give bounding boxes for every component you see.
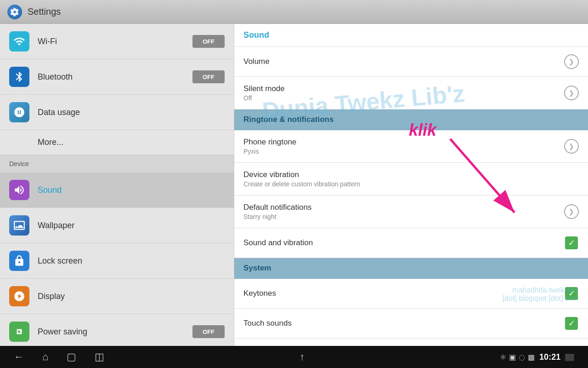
ringtone-section-title: Ringtone & notifications [243, 115, 334, 124]
device-section-header: Device [0, 155, 234, 172]
wifi-toggle[interactable]: OFF [192, 35, 225, 48]
bluetooth-toggle[interactable]: OFF [192, 70, 225, 83]
sound-title: Sound [243, 30, 269, 40]
phone-ringtone-text: Phone ringtone Pyxis [243, 138, 564, 155]
device-vibration-subtitle: Create or delete custom vibration patter… [243, 180, 579, 188]
sound-section-title: Sound [234, 24, 588, 47]
phone-ringtone-title: Phone ringtone [243, 138, 564, 147]
bottom-right: ⚛ ▣ ◌ ▩ 10:21 ▒▒ [500, 352, 574, 362]
silent-mode-title: Silent mode [243, 84, 564, 93]
touch-sounds-checkbox[interactable]: ✓ [564, 316, 579, 331]
sidebar-item-data-usage[interactable]: Data usage [0, 95, 234, 130]
power-saving-toggle[interactable]: OFF [192, 325, 225, 338]
keytones-title: Keytones [243, 289, 564, 298]
screenshot-icon[interactable]: ◫ [95, 351, 104, 363]
usb-icon: ⚛ [500, 353, 506, 362]
sidebar-sound-label: Sound [38, 185, 62, 195]
content-item-keytones[interactable]: Keytones ✓ [234, 279, 588, 309]
notification-icon: ▣ [509, 353, 516, 362]
back-icon[interactable]: ← [14, 351, 24, 363]
top-bar: Settings [0, 0, 588, 24]
home-icon[interactable]: ⌂ [42, 351, 48, 363]
system-section-title: System [243, 264, 271, 272]
sidebar-more-label: More... [38, 138, 63, 147]
device-vibration-title: Device vibration [243, 170, 579, 179]
bottom-bar: ← ⌂ ▢ ◫ ↑ ⚛ ▣ ◌ ▩ 10:21 ▒▒ [0, 346, 588, 368]
lock-screen-icon [9, 251, 29, 271]
sound-icon [9, 180, 29, 200]
volume-chevron: ❯ [564, 54, 579, 69]
keytones-check: ✓ [565, 287, 578, 300]
ringtone-section-header: Ringtone & notifications [234, 109, 588, 130]
sound-vibration-text: Sound and vibration [243, 238, 564, 247]
wallpaper-icon [9, 215, 29, 236]
default-notifications-subtitle: Starry night [243, 213, 564, 220]
sidebar-power-saving-label: Power saving [38, 327, 87, 337]
content-item-sound-vibration[interactable]: Sound and vibration ✓ [234, 228, 588, 258]
content-item-screen-lock-sound[interactable]: Screen lock sound ✓ [234, 339, 588, 346]
sidebar-item-sound[interactable]: Sound [0, 172, 234, 208]
device-vibration-text: Device vibration Create or delete custom… [243, 170, 579, 188]
content-item-volume[interactable]: Volume ❯ [234, 47, 588, 77]
sound-vibration-checkbox[interactable]: ✓ [564, 236, 579, 250]
bluetooth-icon [9, 67, 29, 87]
content-item-device-vibration[interactable]: Device vibration Create or delete custom… [234, 163, 588, 196]
sidebar-wifi-label: Wi-Fi [38, 37, 57, 46]
content-item-phone-ringtone[interactable]: Phone ringtone Pyxis ❯ [234, 130, 588, 163]
system-section-header: System [234, 258, 588, 279]
sidebar-lock-screen-label: Lock screen [38, 256, 82, 266]
status-icons: ⚛ ▣ ◌ ▩ [500, 353, 535, 362]
sidebar-data-usage-label: Data usage [38, 108, 80, 117]
power-saving-icon [9, 322, 29, 342]
silent-mode-text: Silent mode Off [243, 84, 564, 102]
page-title: Settings [28, 6, 61, 17]
content-item-silent-mode[interactable]: Silent mode Off ❯ [234, 77, 588, 109]
sidebar-bluetooth-label: Bluetooth [38, 72, 73, 82]
signal-bars: ▒▒ [565, 353, 574, 361]
default-notifications-chevron: ❯ [564, 204, 579, 219]
wifi-status-icon: ◌ [519, 353, 525, 362]
sidebar-item-display[interactable]: Display [0, 279, 234, 314]
sidebar-item-wifi[interactable]: Wi-Fi OFF [0, 24, 234, 59]
settings-app-icon [7, 5, 22, 19]
sidebar-item-bluetooth[interactable]: Bluetooth OFF [0, 59, 234, 95]
sidebar-item-wallpaper[interactable]: Wallpaper [0, 208, 234, 243]
main-layout: Wi-Fi OFF Bluetooth OFF Data usage M [0, 24, 588, 346]
sidebar-item-more[interactable]: More... [0, 130, 234, 155]
default-notifications-text: Default notifications Starry night [243, 203, 564, 220]
sound-vibration-check: ✓ [565, 236, 578, 249]
wifi-icon [9, 31, 29, 52]
content-item-touch-sounds[interactable]: Touch sounds ✓ [234, 309, 588, 339]
sidebar: Wi-Fi OFF Bluetooth OFF Data usage M [0, 24, 234, 346]
bottom-center: ↑ [300, 351, 305, 363]
silent-mode-chevron: ❯ [564, 86, 579, 100]
keytones-checkbox[interactable]: ✓ [564, 286, 579, 301]
content-item-default-notifications[interactable]: Default notifications Starry night ❯ [234, 196, 588, 228]
touch-sounds-title: Touch sounds [243, 319, 564, 328]
keytones-text: Keytones [243, 289, 564, 298]
display-icon [9, 286, 29, 306]
phone-ringtone-subtitle: Pyxis [243, 148, 564, 155]
device-section-label: Device [9, 160, 29, 167]
recents-icon[interactable]: ▢ [67, 351, 76, 363]
data-usage-icon [9, 102, 29, 122]
sidebar-display-label: Display [38, 292, 65, 301]
volume-title: Volume [243, 57, 564, 66]
default-notifications-title: Default notifications [243, 203, 564, 212]
up-icon[interactable]: ↑ [300, 351, 305, 362]
touch-sounds-check: ✓ [565, 317, 578, 330]
phone-ringtone-chevron: ❯ [564, 139, 579, 154]
sidebar-item-power-saving[interactable]: Power saving OFF [0, 314, 234, 346]
sidebar-wallpaper-label: Wallpaper [38, 221, 74, 230]
touch-sounds-text: Touch sounds [243, 319, 564, 328]
clock: 10:21 [539, 352, 560, 362]
volume-text: Volume [243, 57, 564, 66]
bottom-nav: ← ⌂ ▢ ◫ [14, 351, 104, 363]
silent-mode-subtitle: Off [243, 94, 564, 102]
sound-vibration-title: Sound and vibration [243, 238, 564, 247]
content-panel: Dunia Twekz Lib'z mahadhifa-twekzlibz [d… [234, 24, 588, 346]
signal-icon: ▩ [528, 353, 535, 362]
sidebar-item-lock-screen[interactable]: Lock screen [0, 243, 234, 279]
